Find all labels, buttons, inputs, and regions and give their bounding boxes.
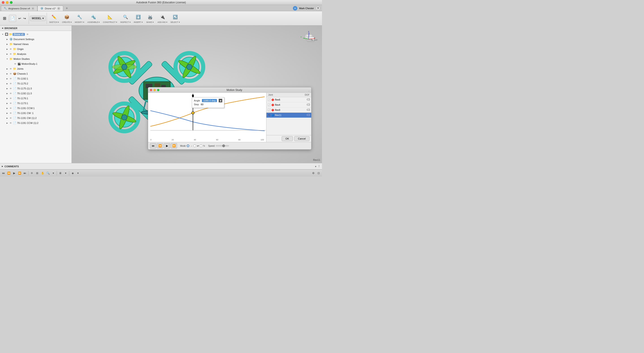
tab-close-button[interactable]: ✕: [31, 7, 34, 10]
resize-grip[interactable]: ⌟: [308, 89, 310, 92]
bt-skip-start[interactable]: ⏮: [1, 171, 6, 176]
model-dropdown[interactable]: MODEL ▾: [30, 16, 46, 21]
bt-display-mode[interactable]: 🖥: [58, 171, 63, 176]
visibility-icon[interactable]: 👁: [9, 106, 12, 110]
expand-icon[interactable]: ▶: [6, 87, 9, 90]
bt-grid-2[interactable]: ⊡: [316, 171, 321, 176]
tree-item-70-1173-1[interactable]: ▶ 👁 📄 70-1173:1: [0, 101, 72, 106]
bt-next[interactable]: ⏩: [17, 171, 22, 176]
expand-icon[interactable]: ▶: [6, 82, 9, 85]
browser-collapse-icon[interactable]: ◂: [2, 27, 3, 29]
visibility-icon[interactable]: 👁: [9, 77, 12, 80]
expand-icon[interactable]: ▶: [6, 116, 9, 120]
3d-viewport[interactable]: X Y Z RIGHT Motion Study ⌟: [72, 25, 322, 163]
bt-prev[interactable]: ⏪: [6, 171, 11, 176]
skip-start-button[interactable]: ⏮: [150, 143, 156, 148]
play-button[interactable]: ▶: [164, 143, 170, 148]
next-frame-button[interactable]: ⏩: [171, 143, 177, 148]
expand-icon[interactable]: ▶: [6, 96, 9, 100]
expand-icon[interactable]: ▶: [6, 72, 9, 75]
visibility-icon[interactable]: 👁: [26, 32, 29, 36]
modify-group[interactable]: 🔧 MODIFY▾: [74, 12, 86, 24]
tree-item-70-1192-1[interactable]: ▶ 👁 📄 70-1192:1: [0, 76, 72, 81]
visibility-icon[interactable]: 👁: [9, 92, 12, 95]
insert-group[interactable]: ⬇️ INSERT▾: [132, 12, 144, 24]
sketch-group[interactable]: ✏️ SKETCH▾: [48, 12, 60, 24]
speed-slider[interactable]: [216, 145, 229, 146]
undo-button[interactable]: ↩: [18, 16, 22, 21]
minimize-button[interactable]: [6, 1, 8, 4]
expand-icon[interactable]: ▶: [6, 67, 9, 70]
bt-snap[interactable]: ✛: [29, 171, 34, 176]
make-group[interactable]: 🖨️ MAKE▾: [144, 12, 156, 24]
document-button[interactable]: 📄: [9, 15, 16, 22]
visibility-icon[interactable]: 👁: [9, 116, 12, 120]
tree-item-drone-v1[interactable]: ▼ 🔲 📁 Drone v1 👁: [0, 32, 72, 37]
joint-check-rev4[interactable]: ✓: [268, 103, 270, 106]
visibility-icon[interactable]: 👁: [9, 52, 12, 56]
bt-zoom[interactable]: 🔍: [46, 171, 50, 176]
mode-radio-2[interactable]: [194, 144, 196, 147]
window-controls[interactable]: [2, 1, 12, 4]
tree-item-named-views[interactable]: ▶ 📁 Named Views: [0, 42, 72, 46]
tree-item-70-1191-cw-1[interactable]: ▶ 👁 📄 70-1191 CW :1: [0, 111, 72, 116]
joint-row-rev11[interactable]: ✓ 🔵 Rev11: [266, 113, 311, 118]
help-button[interactable]: ?: [316, 6, 320, 10]
bt-settings[interactable]: ⚙: [311, 171, 316, 176]
expand-icon[interactable]: ▶: [6, 52, 9, 56]
tree-item-motion-study-1[interactable]: 👁 🎬 MotionStudy-1: [0, 61, 72, 66]
joint-check-rev11[interactable]: ✓: [268, 114, 270, 116]
bt-render[interactable]: ◈: [70, 171, 75, 176]
ok-button[interactable]: OK: [282, 136, 293, 141]
joint-row-rev9[interactable]: ✓ 🔴 Rev9: [266, 107, 311, 113]
visibility-icon[interactable]: 👁: [9, 72, 12, 75]
cancel-button[interactable]: Cancel: [294, 136, 310, 141]
visibility-icon[interactable]: 👁: [9, 82, 12, 85]
expand-icon[interactable]: ▶: [6, 42, 9, 46]
expand-icon[interactable]: ▼: [6, 57, 9, 61]
expand-icon[interactable]: ▶: [6, 111, 9, 115]
bt-zoom-dropdown[interactable]: ▾: [51, 171, 56, 176]
expand-icon[interactable]: ▶: [6, 77, 9, 80]
tab-airgineers[interactable]: 🔧 Airgineers Drone v4 ✕: [1, 5, 38, 11]
close-button[interactable]: [2, 1, 4, 4]
tree-item-chassis[interactable]: ▶ 👁 📦 Chassis:1: [0, 71, 72, 76]
motion-chart[interactable]: 0 20 40 60 80 100 Angle 1080.0 deg ■: [148, 93, 266, 142]
tree-item-70-1191-ccw-1-2[interactable]: ▶ 👁 📄 70-1191 CCW (1):2: [0, 120, 72, 125]
assemble-group[interactable]: 🔩 ASSEMBLE▾: [86, 12, 101, 24]
dialog-close[interactable]: [150, 89, 152, 91]
redo-button[interactable]: ↪: [22, 16, 27, 21]
tree-item-motion-studies[interactable]: ▼ 📁 Motion Studies: [0, 56, 72, 61]
bt-display-dropdown[interactable]: ▾: [63, 171, 68, 176]
expand-icon[interactable]: ▼: [1, 32, 4, 36]
visibility-icon[interactable]: 👁: [9, 87, 12, 90]
tree-item-joints[interactable]: ▶ 👁 📁 Joints: [0, 66, 72, 71]
visibility-icon[interactable]: 👁: [9, 96, 12, 100]
tab-close-button[interactable]: ✕: [57, 7, 60, 10]
bt-skip-end[interactable]: ⏭: [22, 171, 27, 176]
expand-icon[interactable]: ▶: [6, 101, 9, 105]
collapse-icon[interactable]: ▸: [2, 165, 3, 168]
addins-group[interactable]: 🔌 ADD-INS▾: [156, 12, 169, 24]
tree-item-70-1191-cw-1-2[interactable]: ▶ 👁 📄 70-1191 CW (1):2: [0, 116, 72, 120]
tree-item-70-1191-ccw-1[interactable]: ▶ 👁 📄 70-1191 CCW:1: [0, 106, 72, 111]
comments-menu-icon[interactable]: ⋮: [318, 165, 320, 168]
prev-frame-button[interactable]: ⏪: [157, 143, 163, 148]
panel-resize-handle[interactable]: [70, 25, 72, 163]
visibility-icon[interactable]: 👁: [9, 111, 12, 115]
visibility-icon[interactable]: 👁: [9, 67, 12, 70]
mode-radio-1[interactable]: [187, 144, 189, 147]
dialog-zoom[interactable]: [157, 89, 159, 91]
tree-item-70-1176-1[interactable]: ▶ 👁 📄 70-1176:1: [0, 96, 72, 101]
tree-item-doc-settings[interactable]: ▶ ⚙️ Document Settings: [0, 37, 72, 42]
tree-item-70-1192-1-3[interactable]: ▶ 👁 📄 70-1192 (1):3: [0, 91, 72, 96]
app-grid-icon[interactable]: ⊞: [1, 15, 8, 22]
mode-radio-3[interactable]: [200, 144, 202, 147]
visibility-icon[interactable]: 👁: [9, 101, 12, 105]
bt-render-dropdown[interactable]: ▾: [76, 171, 80, 176]
tree-item-analysis[interactable]: ▶ 👁 📁 Analysis: [0, 51, 72, 56]
expand-icon[interactable]: ▶: [6, 106, 9, 110]
tree-item-origin[interactable]: ▶ 👁 📁 Origin: [0, 46, 72, 51]
tree-item-70-1175-2[interactable]: ▶ 👁 📄 70-1175:2: [0, 81, 72, 86]
expand-icon[interactable]: ▶: [6, 92, 9, 95]
